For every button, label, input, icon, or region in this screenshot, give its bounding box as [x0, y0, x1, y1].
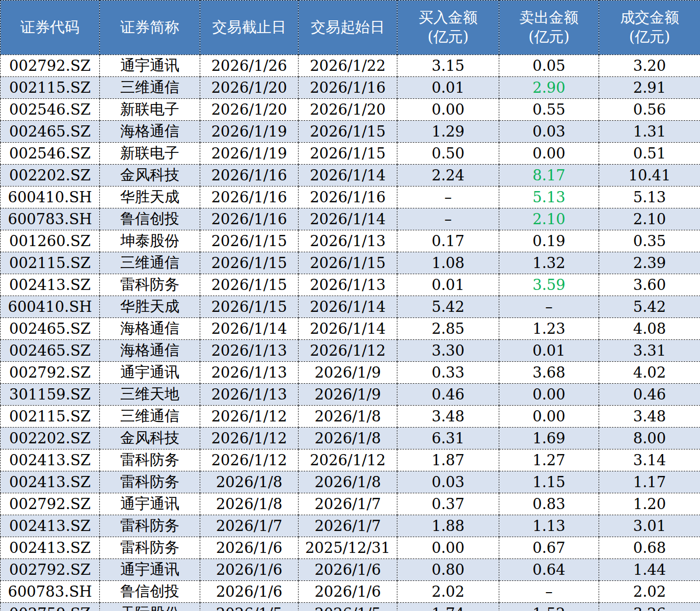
cell-buy-amount: 0.17 — [397, 230, 499, 252]
cell-code: 002413.SZ — [1, 515, 100, 537]
cell-name: 华胜天成 — [100, 296, 200, 318]
cell-buy-amount: 1.08 — [397, 252, 499, 274]
cell-start-date: 2026/1/16 — [299, 77, 397, 99]
cell-name: 雷科防务 — [100, 274, 200, 296]
cell-code: 002465.SZ — [1, 121, 100, 143]
cell-buy-amount: 1.74 — [397, 603, 499, 611]
cell-code: 600410.SH — [1, 296, 100, 318]
cell-name: 三维天地 — [100, 384, 200, 406]
col-header-name: 证券简称 — [100, 1, 200, 55]
cell-end-date: 2026/1/5 — [200, 603, 299, 611]
cell-buy-amount: 2.02 — [397, 581, 499, 603]
cell-name: 海格通信 — [100, 121, 200, 143]
cell-sell-amount: 0.19 — [499, 230, 599, 252]
cell-total-amount: 2.10 — [599, 208, 700, 230]
cell-sell-amount: 0.01 — [499, 340, 599, 362]
cell-end-date: 2026/1/6 — [200, 581, 299, 603]
cell-total-amount: 0.46 — [599, 384, 700, 406]
cell-total-amount: 5.13 — [599, 187, 700, 208]
table-row: 002115.SZ 三维通信 2026/1/15 2026/1/15 1.08 … — [1, 252, 700, 274]
cell-buy-amount: 0.00 — [397, 99, 499, 121]
col-header-start-date: 交易起始日 — [299, 1, 397, 55]
cell-sell-amount: 1.52 — [499, 603, 599, 611]
cell-code: 002115.SZ — [1, 252, 100, 274]
cell-total-amount: 10.41 — [599, 165, 700, 187]
cell-code: 002792.SZ — [1, 362, 100, 384]
cell-sell-amount: 1.13 — [499, 515, 599, 537]
cell-name: 三维通信 — [100, 406, 200, 428]
cell-buy-amount: 2.85 — [397, 318, 499, 340]
cell-code: 002202.SZ — [1, 428, 100, 449]
cell-sell-amount: 0.64 — [499, 559, 599, 581]
table-row: 002792.SZ 通宇通讯 2026/1/13 2026/1/9 0.33 3… — [1, 362, 700, 384]
col-header-code: 证券代码 — [1, 1, 100, 55]
table-row: 002413.SZ 雷科防务 2026/1/7 2026/1/7 1.88 1.… — [1, 515, 700, 537]
col-header-total-unit: (亿元) — [600, 28, 699, 47]
col-header-start-date-label: 交易起始日 — [299, 18, 396, 37]
cell-buy-amount: 0.03 — [397, 471, 499, 493]
table-row: 002792.SZ 通宇通讯 2026/1/8 2026/1/7 0.37 0.… — [1, 493, 700, 515]
cell-total-amount: 3.01 — [599, 515, 700, 537]
cell-buy-amount: 0.01 — [397, 274, 499, 296]
col-header-buy-unit: (亿元) — [398, 28, 498, 47]
table-row: 002115.SZ 三维通信 2026/1/20 2026/1/16 0.01 … — [1, 77, 700, 99]
cell-buy-amount: 3.30 — [397, 340, 499, 362]
cell-sell-amount: 0.03 — [499, 121, 599, 143]
cell-sell-amount: 8.17 — [499, 165, 599, 187]
col-header-code-label: 证券代码 — [1, 18, 99, 37]
cell-end-date: 2026/1/19 — [200, 143, 299, 165]
cell-sell-amount: 1.15 — [499, 471, 599, 493]
table-row: 002546.SZ 新联电子 2026/1/20 2026/1/20 0.00 … — [1, 99, 700, 121]
cell-buy-amount: 5.42 — [397, 296, 499, 318]
cell-total-amount: 2.39 — [599, 252, 700, 274]
cell-name: 雷科防务 — [100, 471, 200, 493]
cell-end-date: 2026/1/14 — [200, 318, 299, 340]
cell-end-date: 2026/1/16 — [200, 187, 299, 208]
cell-total-amount: 1.17 — [599, 471, 700, 493]
cell-name: 雷科防务 — [100, 537, 200, 559]
cell-buy-amount: 0.01 — [397, 77, 499, 99]
table-row: 001260.SZ 坤泰股份 2026/1/15 2026/1/13 0.17 … — [1, 230, 700, 252]
cell-sell-amount: 1.27 — [499, 449, 599, 471]
col-header-sell: 卖出金额 (亿元) — [499, 1, 599, 55]
table-row: 002202.SZ 金风科技 2026/1/12 2026/1/8 6.31 1… — [1, 428, 700, 449]
cell-name: 金风科技 — [100, 428, 200, 449]
col-header-sell-unit: (亿元) — [500, 28, 598, 47]
cell-start-date: 2026/1/15 — [299, 143, 397, 165]
cell-start-date: 2026/1/16 — [299, 187, 397, 208]
cell-buy-amount: 1.88 — [397, 515, 499, 537]
cell-total-amount: 3.14 — [599, 449, 700, 471]
cell-sell-amount: 0.05 — [499, 55, 599, 77]
cell-start-date: 2026/1/6 — [299, 581, 397, 603]
cell-buy-amount: 0.37 — [397, 493, 499, 515]
cell-end-date: 2026/1/15 — [200, 230, 299, 252]
cell-buy-amount: 6.31 — [397, 428, 499, 449]
cell-start-date: 2026/1/14 — [299, 165, 397, 187]
cell-total-amount: 0.35 — [599, 230, 700, 252]
cell-total-amount: 8.00 — [599, 428, 700, 449]
cell-total-amount: 4.02 — [599, 362, 700, 384]
cell-start-date: 2026/1/5 — [299, 603, 397, 611]
cell-name: 三维通信 — [100, 252, 200, 274]
trading-table: 证券代码 证券简称 交易截止日 交易起始日 买入金额 (亿元) 卖出金额 (亿元… — [0, 0, 700, 611]
cell-end-date: 2026/1/6 — [200, 537, 299, 559]
cell-end-date: 2026/1/15 — [200, 296, 299, 318]
cell-buy-amount: 2.24 — [397, 165, 499, 187]
cell-total-amount: 0.51 — [599, 143, 700, 165]
cell-name: 通宇通讯 — [100, 559, 200, 581]
cell-start-date: 2026/1/13 — [299, 230, 397, 252]
header-row: 证券代码 证券简称 交易截止日 交易起始日 买入金额 (亿元) 卖出金额 (亿元… — [1, 1, 700, 55]
cell-sell-amount: 1.32 — [499, 252, 599, 274]
cell-end-date: 2026/1/6 — [200, 559, 299, 581]
cell-end-date: 2026/1/8 — [200, 493, 299, 515]
cell-buy-amount: 1.29 — [397, 121, 499, 143]
table-row: 600410.SH 华胜天成 2026/1/16 2026/1/16 – 5.1… — [1, 187, 700, 208]
cell-sell-amount: 0.00 — [499, 143, 599, 165]
cell-code: 002465.SZ — [1, 340, 100, 362]
table-row: 002413.SZ 雷科防务 2026/1/15 2026/1/13 0.01 … — [1, 274, 700, 296]
cell-name: 通宇通讯 — [100, 55, 200, 77]
table-row: 002792.SZ 通宇通讯 2026/1/6 2026/1/6 0.80 0.… — [1, 559, 700, 581]
table-row: 002413.SZ 雷科防务 2026/1/8 2026/1/8 0.03 1.… — [1, 471, 700, 493]
cell-code: 002465.SZ — [1, 318, 100, 340]
cell-end-date: 2026/1/12 — [200, 449, 299, 471]
